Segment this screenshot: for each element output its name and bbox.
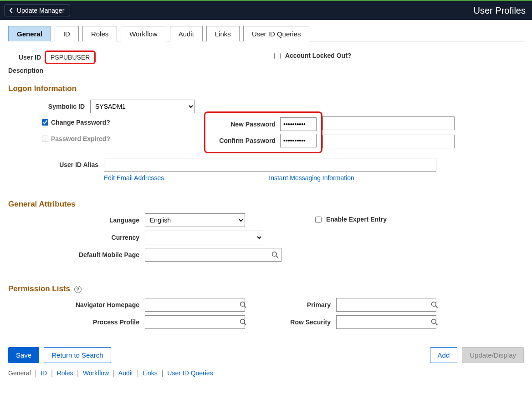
tab-links[interactable]: Links — [206, 26, 240, 41]
confirm-password-label: Confirm Password — [212, 137, 280, 144]
password-expired-label: Password Expired? — [51, 135, 110, 142]
nav-homepage-label: Navigator Homepage — [8, 301, 145, 308]
save-button[interactable]: Save — [8, 347, 39, 363]
password-highlight-box: New Password Confirm Password — [204, 111, 322, 153]
top-bar: Update Manager User Profiles — [0, 0, 532, 20]
currency-select[interactable] — [145, 231, 263, 244]
permission-title: Permission Lists ? — [8, 284, 524, 293]
userid-value: PSPUBUSER — [51, 54, 90, 61]
bottom-link-workflow[interactable]: Workflow — [83, 369, 109, 377]
svg-line-7 — [435, 306, 437, 308]
change-password-checkbox[interactable] — [42, 119, 48, 126]
tab-user-id-queries[interactable]: User ID Queries — [243, 26, 310, 41]
tab-workflow[interactable]: Workflow — [121, 26, 166, 41]
language-label: Language — [8, 217, 145, 224]
enable-expert-checkbox[interactable] — [315, 217, 322, 223]
svg-line-9 — [435, 323, 437, 325]
edit-email-link[interactable]: Edit Email Addresses — [104, 174, 164, 182]
row-security-input[interactable] — [336, 315, 436, 329]
userid-label: User ID — [8, 54, 45, 61]
svg-line-1 — [276, 256, 278, 257]
content-area: General ID Roles Workflow Audit Links Us… — [0, 20, 532, 386]
user-id-alias-label: User ID Alias — [8, 161, 104, 168]
svg-line-3 — [244, 306, 246, 308]
chevron-left-icon — [9, 7, 14, 14]
tab-id[interactable]: ID — [55, 26, 79, 41]
primary-label: Primary — [277, 301, 336, 308]
tab-roles[interactable]: Roles — [82, 26, 117, 41]
default-mobile-input[interactable] — [145, 248, 281, 262]
enable-expert-label: Enable Expert Entry — [326, 216, 387, 223]
change-password-label: Change Password? — [51, 119, 110, 126]
page-title: User Profiles — [474, 5, 526, 16]
password-expired-checkbox — [42, 136, 48, 142]
confirm-password-input-ext[interactable] — [322, 135, 455, 148]
svg-point-4 — [240, 319, 245, 324]
search-icon[interactable] — [240, 318, 247, 326]
row-security-label: Row Security — [277, 318, 336, 326]
userid-value-box: PSPUBUSER — [45, 50, 96, 64]
search-icon[interactable] — [271, 251, 279, 258]
bottom-links: General | ID | Roles | Workflow | Audit … — [8, 369, 524, 377]
nav-homepage-input[interactable] — [145, 298, 245, 312]
confirm-password-input[interactable] — [280, 134, 317, 147]
bottom-link-audit[interactable]: Audit — [118, 369, 133, 377]
help-icon[interactable]: ? — [74, 286, 82, 293]
account-locked-label: Account Locked Out? — [285, 52, 351, 59]
return-to-search-button[interactable]: Return to Search — [44, 347, 111, 363]
svg-line-5 — [244, 323, 246, 325]
svg-point-8 — [432, 319, 436, 324]
add-button[interactable]: Add — [430, 347, 458, 363]
primary-input[interactable] — [336, 298, 436, 312]
default-mobile-label: Default Mobile Page — [8, 251, 145, 258]
process-profile-label: Process Profile — [8, 318, 145, 326]
new-password-input-ext[interactable] — [322, 116, 455, 130]
im-info-link[interactable]: Instant Messaging Information — [269, 174, 354, 182]
svg-point-0 — [272, 252, 277, 257]
bottom-link-roles[interactable]: Roles — [57, 369, 73, 377]
symbolic-id-select[interactable]: SYSADM1 — [90, 100, 195, 113]
general-attrs-title: General Attributes — [8, 200, 524, 209]
button-bar: Save Return to Search Add Update/Display — [8, 347, 524, 363]
search-icon[interactable] — [240, 301, 247, 308]
logon-section-title: Logon Information — [8, 84, 524, 93]
symbolic-id-label: Symbolic ID — [8, 103, 90, 110]
account-locked-checkbox[interactable] — [274, 53, 281, 59]
bottom-link-general: General — [8, 369, 31, 377]
language-select[interactable]: English — [145, 213, 245, 227]
currency-label: Currency — [8, 234, 145, 241]
new-password-input[interactable] — [280, 117, 317, 131]
bottom-link-id[interactable]: ID — [41, 369, 47, 377]
back-button[interactable]: Update Manager — [5, 5, 70, 16]
svg-point-2 — [240, 302, 245, 307]
tab-general[interactable]: General — [8, 26, 51, 41]
new-password-label: New Password — [212, 121, 280, 128]
back-button-label: Update Manager — [17, 7, 64, 14]
tab-audit[interactable]: Audit — [170, 26, 203, 41]
search-icon[interactable] — [431, 318, 438, 326]
svg-point-6 — [432, 302, 436, 307]
bottom-link-user-id-queries[interactable]: User ID Queries — [167, 369, 213, 377]
bottom-link-links[interactable]: Links — [143, 369, 158, 377]
tabs-row: General ID Roles Workflow Audit Links Us… — [8, 25, 524, 41]
update-display-button: Update/Display — [462, 347, 524, 363]
process-profile-input[interactable] — [145, 315, 245, 329]
description-label: Description — [8, 67, 54, 74]
user-id-alias-input[interactable] — [104, 158, 436, 172]
search-icon[interactable] — [431, 301, 438, 308]
